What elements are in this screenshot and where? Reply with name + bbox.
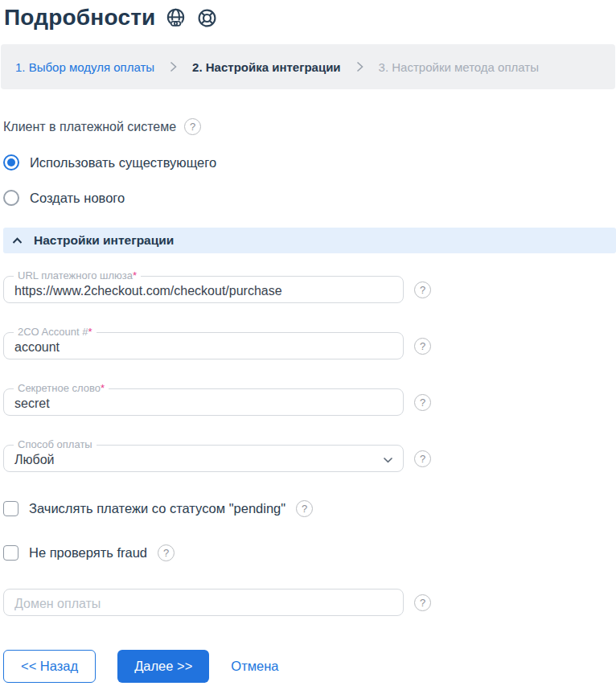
step-1-choose-module[interactable]: 1. Выбор модуля оплаты bbox=[15, 60, 154, 74]
help-icon[interactable]: ? bbox=[414, 594, 431, 611]
back-button[interactable]: << Назад bbox=[3, 650, 96, 683]
payment-domain-outline bbox=[3, 589, 404, 616]
account-row: 2CO Account #* ? bbox=[3, 332, 616, 359]
payment-method-value: Любой bbox=[14, 453, 55, 467]
help-icon[interactable]: ? bbox=[158, 544, 175, 561]
next-button[interactable]: Далее >> bbox=[117, 650, 209, 683]
chevron-right-icon bbox=[168, 61, 179, 72]
help-icon[interactable]: ? bbox=[296, 500, 313, 517]
checkbox-icon[interactable] bbox=[3, 501, 18, 516]
payment-method-label: Способ оплаты bbox=[14, 438, 97, 450]
wizard-steps: 1. Выбор модуля оплаты 2. Настройка инте… bbox=[1, 44, 615, 89]
page-header: Подробности bbox=[0, 0, 616, 31]
radio-button-icon[interactable] bbox=[3, 190, 19, 206]
no-fraud-check-checkbox-label: Не проверять fraud bbox=[29, 545, 147, 561]
page-title: Подробности bbox=[4, 5, 155, 31]
no-fraud-check-checkbox-row[interactable]: Не проверять fraud ? bbox=[3, 544, 175, 561]
chevron-down-icon bbox=[383, 457, 393, 463]
required-mark: * bbox=[88, 326, 92, 338]
account-label: 2CO Account #* bbox=[14, 326, 97, 338]
client-system-label: Клиент в платежной системе bbox=[3, 120, 176, 134]
lifebuoy-help-icon[interactable] bbox=[196, 7, 218, 29]
payment-setup-page: Подробности 1. Выбор модуля оплат bbox=[0, 0, 616, 683]
gateway-url-row: URL платежного шлюза* ? bbox=[3, 276, 616, 303]
payment-domain-input[interactable] bbox=[3, 589, 404, 616]
secret-word-row: Секретное слово* ? bbox=[3, 388, 616, 416]
pending-status-checkbox-label: Зачислять платежи со статусом "pending" bbox=[29, 501, 285, 516]
required-mark: * bbox=[101, 382, 105, 394]
pending-status-checkbox-row[interactable]: Зачислять платежи со статусом "pending" … bbox=[3, 500, 313, 517]
step-2-integration-settings: 2. Настройка интеграции bbox=[192, 60, 341, 74]
help-icon[interactable]: ? bbox=[414, 338, 431, 355]
radio-use-existing-label: Использовать существующего bbox=[30, 155, 216, 170]
secret-word-label: Секретное слово* bbox=[14, 382, 109, 394]
form-content: Клиент в платежной системе ? Использоват… bbox=[0, 118, 616, 683]
help-icon[interactable]: ? bbox=[414, 281, 431, 298]
help-icon[interactable]: ? bbox=[184, 118, 201, 135]
radio-use-existing[interactable]: Использовать существующего bbox=[3, 154, 216, 170]
chevron-up-icon bbox=[12, 237, 23, 244]
help-icon[interactable]: ? bbox=[414, 394, 431, 411]
gateway-url-outline: URL платежного шлюза* bbox=[3, 276, 404, 303]
chevron-right-icon bbox=[355, 61, 365, 72]
required-mark: * bbox=[133, 269, 137, 281]
account-outline: 2CO Account #* bbox=[3, 332, 404, 359]
payment-method-outline: Способ оплаты Любой bbox=[3, 445, 404, 472]
integration-settings-section-header[interactable]: Настройки интеграции bbox=[3, 228, 616, 253]
payment-method-row: Способ оплаты Любой ? bbox=[3, 445, 616, 472]
client-system-label-row: Клиент в платежной системе ? bbox=[3, 118, 616, 135]
integration-settings-title: Настройки интеграции bbox=[34, 233, 174, 248]
radio-button-icon[interactable] bbox=[3, 154, 19, 170]
help-icon[interactable]: ? bbox=[414, 450, 431, 467]
payment-domain-row: ? bbox=[3, 589, 616, 616]
checkbox-icon[interactable] bbox=[3, 545, 18, 561]
cancel-link[interactable]: Отмена bbox=[231, 659, 278, 674]
gateway-url-label: URL платежного шлюза* bbox=[14, 269, 141, 281]
secret-word-outline: Секретное слово* bbox=[3, 388, 404, 416]
wizard-footer: << Назад Далее >> Отмена bbox=[3, 650, 616, 683]
radio-create-new-label: Создать нового bbox=[30, 191, 125, 206]
globe-link-icon[interactable] bbox=[165, 7, 187, 29]
radio-create-new[interactable]: Создать нового bbox=[3, 190, 125, 206]
step-3-payment-method-settings: 3. Настройки метода оплаты bbox=[379, 60, 539, 74]
